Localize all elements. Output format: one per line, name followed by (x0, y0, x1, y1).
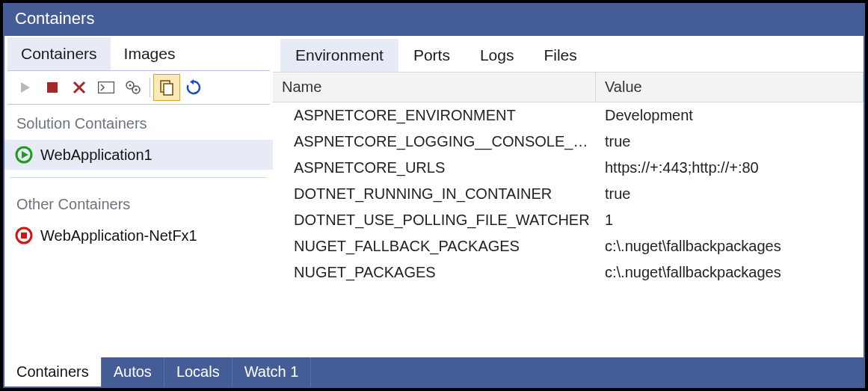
env-name: ASPNETCORE_URLS (273, 159, 596, 176)
env-row[interactable]: NUGET_PACKAGESc:\.nuget\fallbackpackages (273, 259, 864, 286)
tab-images[interactable]: Images (111, 37, 189, 70)
grid-header: Name Value (273, 72, 864, 102)
env-row[interactable]: ASPNETCORE_ENVIRONMENTDevelopment (273, 102, 864, 129)
window-title: Containers (4, 4, 864, 36)
tab-files[interactable]: Files (529, 39, 591, 72)
env-value: true (596, 185, 864, 203)
env-name: NUGET_PACKAGES (273, 264, 596, 281)
svg-point-8 (135, 89, 138, 91)
svg-marker-0 (21, 82, 30, 93)
env-name: DOTNET_USE_POLLING_FILE_WATCHER (273, 212, 596, 229)
env-row[interactable]: NUGET_FALLBACK_PACKAGESc:\.nuget\fallbac… (273, 233, 864, 259)
tab-containers[interactable]: Containers (7, 37, 111, 70)
bottom-tool-tabs: Containers Autos Locals Watch 1 (4, 357, 864, 387)
refresh-button[interactable] (180, 74, 207, 101)
start-button[interactable] (12, 74, 39, 101)
terminal-button[interactable] (93, 74, 120, 101)
container-item-label: WebApplication-NetFx1 (40, 227, 197, 244)
tab-logs[interactable]: Logs (465, 39, 529, 72)
detail-tabstrip: Environment Ports Logs Files (273, 36, 864, 72)
group-divider (10, 177, 267, 178)
container-item-webapplication1[interactable]: WebApplication1 (4, 140, 273, 170)
env-value: https://+:443;http://+:80 (596, 159, 864, 176)
column-header-value[interactable]: Value (596, 73, 864, 102)
svg-rect-4 (99, 82, 114, 93)
container-toolbar (7, 70, 270, 105)
env-value: 1 (596, 212, 864, 229)
play-circle-icon (15, 146, 33, 164)
env-row[interactable]: ASPNETCORE_URLShttps://+:443;http://+:80 (273, 155, 864, 181)
tab-ports[interactable]: Ports (398, 39, 465, 72)
container-item-webapplication-netfx1[interactable]: WebApplication-NetFx1 (4, 221, 273, 250)
svg-rect-1 (47, 82, 58, 93)
column-header-name[interactable]: Name (273, 73, 596, 102)
svg-marker-13 (22, 151, 28, 158)
stop-button[interactable] (39, 74, 66, 101)
env-row[interactable]: DOTNET_USE_POLLING_FILE_WATCHER1 (273, 207, 864, 233)
env-value: Development (596, 107, 864, 124)
remove-button[interactable] (66, 74, 93, 101)
details-panel: Environment Ports Logs Files Name Value … (273, 36, 864, 357)
settings-button[interactable] (120, 74, 147, 101)
env-row[interactable]: ASPNETCORE_LOGGING__CONSOLE__DISA…true (273, 129, 864, 155)
group-other-label: Other Containers (4, 185, 273, 221)
bottom-tab-locals[interactable]: Locals (164, 357, 233, 387)
environment-grid: Name Value ASPNETCORE_ENVIRONMENTDevelop… (273, 72, 864, 357)
env-value: c:\.nuget\fallbackpackages (596, 238, 864, 255)
env-name: DOTNET_RUNNING_IN_CONTAINER (273, 185, 596, 203)
toolbar-separator (150, 78, 150, 97)
main-area: Containers Images (4, 36, 864, 357)
left-panel: Containers Images (4, 36, 273, 357)
container-item-label: WebApplication1 (40, 147, 153, 164)
env-name: ASPNETCORE_ENVIRONMENT (273, 107, 596, 124)
svg-rect-15 (21, 233, 27, 238)
left-tabstrip: Containers Images (4, 36, 273, 70)
copy-button[interactable] (153, 74, 180, 101)
stop-circle-icon (15, 227, 33, 244)
bottom-tab-autos[interactable]: Autos (102, 357, 164, 387)
containers-tool-window: Containers Containers Images (3, 3, 865, 388)
bottom-tab-watch[interactable]: Watch 1 (233, 357, 312, 387)
svg-point-7 (129, 84, 132, 87)
svg-rect-10 (164, 84, 173, 95)
env-row[interactable]: DOTNET_RUNNING_IN_CONTAINERtrue (273, 181, 864, 207)
group-solution-label: Solution Containers (4, 105, 273, 140)
env-value: true (596, 133, 864, 150)
env-name: NUGET_FALLBACK_PACKAGES (273, 238, 596, 255)
env-name: ASPNETCORE_LOGGING__CONSOLE__DISA… (273, 133, 596, 150)
env-value: c:\.nuget\fallbackpackages (596, 264, 864, 281)
bottom-tab-containers[interactable]: Containers (4, 357, 102, 387)
svg-marker-11 (190, 79, 194, 84)
tab-environment[interactable]: Environment (280, 39, 398, 72)
